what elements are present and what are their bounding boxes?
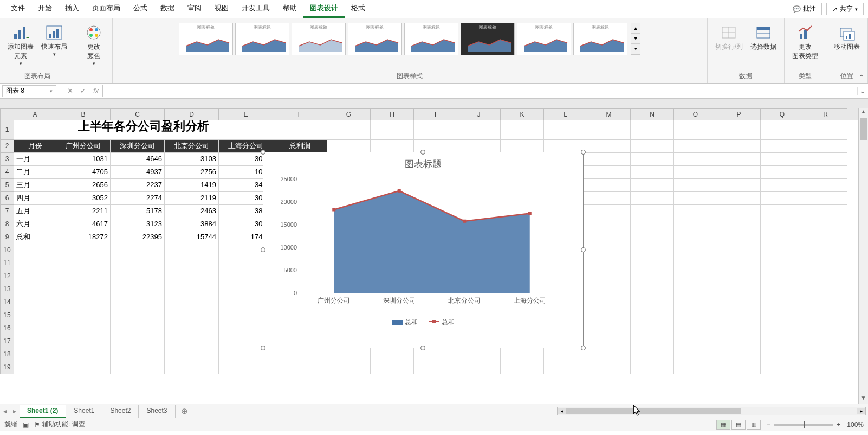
cell[interactable] — [804, 218, 847, 231]
cell[interactable] — [111, 348, 165, 361]
cell[interactable]: 4937 — [111, 166, 165, 179]
cell[interactable] — [717, 231, 761, 244]
menu-格式[interactable]: 格式 — [345, 0, 372, 18]
cell[interactable] — [14, 348, 56, 361]
cell[interactable]: 2237 — [111, 179, 165, 192]
cell[interactable] — [14, 244, 56, 257]
cell[interactable] — [674, 296, 717, 309]
cell[interactable] — [674, 335, 717, 348]
cell[interactable] — [804, 322, 847, 335]
cell[interactable]: 15744 — [165, 231, 219, 244]
change-chart-type-button[interactable]: 更改 图表类型 — [790, 23, 820, 62]
cell[interactable] — [761, 244, 804, 257]
gallery-down-button[interactable]: ▼ — [631, 34, 640, 44]
cell[interactable] — [804, 120, 847, 140]
cell[interactable] — [674, 309, 717, 322]
cell[interactable] — [165, 322, 219, 335]
cell[interactable] — [717, 270, 761, 283]
col-header-I[interactable]: I — [414, 108, 457, 120]
cell[interactable] — [273, 348, 327, 361]
cell[interactable]: 1419 — [165, 179, 219, 192]
cell[interactable] — [804, 205, 847, 218]
cell[interactable]: 4705 — [56, 166, 111, 179]
cell[interactable] — [674, 205, 717, 218]
cell[interactable]: 五月 — [14, 205, 56, 218]
cell[interactable] — [631, 283, 674, 296]
row-header-7[interactable]: 7 — [0, 205, 14, 218]
cell[interactable] — [414, 120, 457, 140]
chart-style-thumb[interactable]: 图表标题 — [573, 23, 627, 55]
table-header-cell[interactable]: 总利润 — [273, 140, 327, 153]
cell[interactable] — [587, 218, 631, 231]
cell[interactable] — [111, 335, 165, 348]
share-button[interactable]: ↗共享 ▾ — [826, 3, 864, 15]
cell[interactable]: 2211 — [56, 205, 111, 218]
resize-handle[interactable] — [261, 150, 265, 155]
cell[interactable] — [631, 192, 674, 205]
row-header-12[interactable]: 12 — [0, 270, 14, 283]
cell[interactable]: 2274 — [111, 192, 165, 205]
chart-title[interactable]: 图表标题 — [263, 152, 583, 174]
cell[interactable] — [457, 120, 501, 140]
cell[interactable] — [587, 205, 631, 218]
cell[interactable] — [14, 335, 56, 348]
move-chart-button[interactable]: 移动图表 — [832, 23, 862, 53]
cell[interactable] — [14, 296, 56, 309]
cell[interactable] — [631, 231, 674, 244]
table-header-cell[interactable]: 月份 — [14, 140, 56, 153]
view-page-layout-button[interactable]: ▤ — [731, 420, 746, 430]
cell[interactable]: 18272 — [56, 231, 111, 244]
cell[interactable] — [165, 348, 219, 361]
cell[interactable] — [631, 348, 674, 361]
scroll-left-button[interactable]: ◂ — [558, 408, 566, 414]
col-header-K[interactable]: K — [501, 108, 544, 120]
cell[interactable] — [501, 348, 544, 361]
view-normal-button[interactable]: ▦ — [716, 420, 730, 430]
scroll-down-button[interactable]: ▼ — [859, 395, 868, 404]
cell[interactable] — [717, 218, 761, 231]
cell[interactable] — [631, 270, 674, 283]
menu-开始[interactable]: 开始 — [31, 0, 59, 18]
cell[interactable] — [14, 309, 56, 322]
cell[interactable] — [761, 296, 804, 309]
col-header-P[interactable]: P — [717, 108, 761, 120]
cell[interactable] — [501, 120, 544, 140]
cell[interactable] — [631, 244, 674, 257]
gallery-more-button[interactable]: ▾ — [631, 44, 640, 54]
cell[interactable] — [165, 257, 219, 270]
cell[interactable] — [761, 120, 804, 140]
cell[interactable] — [165, 309, 219, 322]
cell[interactable]: 3123 — [111, 218, 165, 231]
cell[interactable] — [111, 322, 165, 335]
cell[interactable] — [717, 205, 761, 218]
cell[interactable] — [587, 257, 631, 270]
cell[interactable] — [674, 166, 717, 179]
cell[interactable] — [674, 283, 717, 296]
col-header-M[interactable]: M — [587, 108, 631, 120]
cell[interactable] — [717, 179, 761, 192]
cell[interactable]: 22395 — [111, 231, 165, 244]
cell[interactable] — [327, 361, 371, 374]
cell[interactable] — [544, 348, 587, 361]
cell[interactable] — [674, 257, 717, 270]
sheet-tab[interactable]: Sheet3 — [139, 405, 175, 418]
cell[interactable]: 3103 — [165, 153, 219, 166]
formula-bar-expand[interactable]: ⌄ — [857, 87, 868, 95]
table-header-cell[interactable] — [457, 140, 501, 153]
menu-审阅[interactable]: 审阅 — [181, 0, 208, 18]
cell[interactable] — [631, 361, 674, 374]
table-header-cell[interactable] — [501, 140, 544, 153]
cell[interactable] — [587, 120, 631, 140]
cell[interactable] — [56, 244, 111, 257]
chart-legend[interactable]: 总和 总和 — [263, 315, 583, 327]
cell[interactable] — [371, 361, 414, 374]
cell[interactable]: 3884 — [165, 218, 219, 231]
zoom-level[interactable]: 100% — [847, 421, 864, 428]
cell[interactable] — [587, 348, 631, 361]
zoom-out-button[interactable]: − — [767, 421, 770, 428]
cell[interactable] — [717, 361, 761, 374]
cell[interactable]: 总和 — [14, 231, 56, 244]
cell[interactable] — [717, 257, 761, 270]
name-box[interactable]: 图表 8▾ — [2, 85, 56, 97]
cell[interactable] — [273, 120, 327, 140]
